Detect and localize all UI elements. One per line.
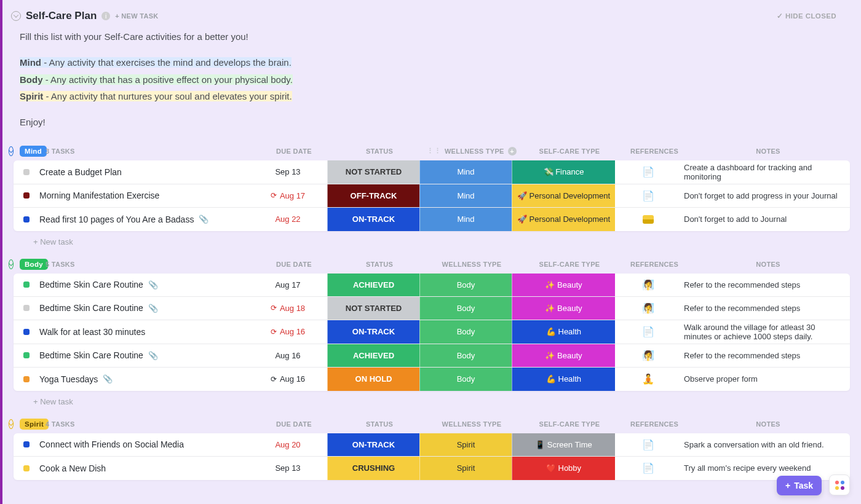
status-bullet[interactable] [23,282,30,288]
task-name[interactable]: Bedtime Skin Care Routine📎 [39,274,248,296]
status-bullet[interactable] [23,352,30,358]
due-date[interactable]: Sep 13 [248,457,327,480]
attachment-icon[interactable]: 📎 [199,215,208,224]
reference-cell[interactable]: 🧖‍♀️ [615,274,681,296]
caretype-cell[interactable]: 🚀 Personal Development [512,184,615,207]
table-row[interactable]: Walk for at least 30 minutes⟳Aug 16ON-TR… [14,320,850,344]
table-row[interactable]: Cook a New DishSep 13CRUSHINGSpirit❤️ Ho… [14,457,850,480]
due-date[interactable]: ⟳Aug 18 [248,297,327,320]
wellness-cell[interactable]: Spirit [419,457,512,480]
wellness-cell[interactable]: Mind [419,208,512,231]
reference-cell[interactable]: 📄 [615,184,681,207]
task-name[interactable]: Walk for at least 30 minutes [39,320,248,344]
status-cell[interactable]: ON-TRACK [327,208,419,231]
table-row[interactable]: Yoga Tuesdays📎⟳Aug 16ON HOLDBody💪 Health… [14,368,850,391]
status-bullet[interactable] [23,441,30,447]
floating-new-task-button[interactable]: + Task [777,476,822,495]
due-date[interactable]: Aug 22 [248,208,327,231]
group-collapse-icon[interactable] [9,419,14,429]
due-date[interactable]: ⟳Aug 17 [248,184,327,207]
new-task-row[interactable]: + New task [2,391,861,409]
hide-closed-button[interactable]: HIDE CLOSED [777,12,851,20]
notes-cell[interactable]: Spark a conversation with an old friend. [681,433,850,456]
task-name[interactable]: Cook a New Dish [39,457,248,480]
new-task-row[interactable]: + New task [2,231,861,249]
col-header-status[interactable]: STATUS [333,420,426,428]
col-header-wellness[interactable]: WELLNESS TYPE [426,261,518,268]
group-tag[interactable]: Spirit [20,419,49,430]
status-bullet[interactable] [23,376,30,382]
notes-cell[interactable]: Observe proper form [681,368,850,391]
caretype-cell[interactable]: ✨ Beauty [512,297,615,320]
attachment-icon[interactable]: 📎 [103,374,113,384]
col-header-references[interactable]: REFERENCES [621,148,688,155]
wellness-cell[interactable]: Body [419,297,512,320]
due-date[interactable]: ⟳Aug 16 [248,368,327,391]
col-header-wellness[interactable]: WELLNESS TYPE [426,420,518,428]
reference-cell[interactable]: 🧖‍♀️ [615,297,681,320]
notes-cell[interactable]: Don't forget to add progress in your Jou… [681,184,850,207]
wellness-cell[interactable]: Body [419,368,512,391]
table-row[interactable]: Create a Budget PlanSep 13NOT STARTEDMin… [14,160,850,184]
status-cell[interactable]: ON-TRACK [327,433,419,456]
wellness-cell[interactable]: Mind [419,160,512,184]
notes-cell[interactable]: Don't forget to add to Journal [681,208,850,231]
reference-cell[interactable]: 🧖‍♀️ [615,344,681,367]
task-name[interactable]: Connect with Friends on Social Media [39,433,248,456]
col-header-wellness[interactable]: ⋮⋮WELLNESS TYPE+ [426,147,518,156]
status-cell[interactable]: CRUSHING [327,457,419,480]
caretype-cell[interactable]: 💸 Finance [512,160,615,184]
status-cell[interactable]: NOT STARTED [327,160,419,184]
wellness-cell[interactable]: Body [419,320,512,344]
wellness-cell[interactable]: Body [419,344,512,367]
col-header-notes[interactable]: NOTES [688,148,849,155]
table-row[interactable]: Morning Manifestation Exercise⟳Aug 17OFF… [14,184,850,208]
table-row[interactable]: Read first 10 pages of You Are a Badass📎… [14,208,850,231]
status-cell[interactable]: ACHIEVED [327,344,419,367]
task-name[interactable]: Morning Manifestation Exercise [39,184,248,207]
group-collapse-icon[interactable] [9,146,14,156]
col-header-references[interactable]: REFERENCES [621,420,688,428]
status-bullet[interactable] [23,465,30,471]
task-name[interactable]: Read first 10 pages of You Are a Badass📎 [39,208,248,231]
table-row[interactable]: Bedtime Skin Care Routine📎⟳Aug 18NOT STA… [14,297,850,320]
table-row[interactable]: Bedtime Skin Care Routine📎Aug 16ACHIEVED… [14,344,850,368]
reference-cell[interactable]: 🧘 [615,368,681,391]
caretype-cell[interactable]: 💪 Health [512,320,615,344]
caretype-cell[interactable]: 📱 Screen Time [512,433,615,456]
caretype-cell[interactable]: 💪 Health [512,368,615,391]
wellness-cell[interactable]: Spirit [419,433,512,456]
col-header-status[interactable]: STATUS [333,261,426,268]
due-date[interactable]: Sep 13 [248,160,327,184]
notes-cell[interactable]: Refer to the recommended steps [681,344,850,367]
status-cell[interactable]: NOT STARTED [327,297,419,320]
col-header-due[interactable]: DUE DATE [255,420,333,428]
collapse-icon[interactable] [11,11,21,21]
status-cell[interactable]: OFF-TRACK [327,184,419,207]
col-header-references[interactable]: REFERENCES [621,261,688,268]
notes-cell[interactable]: Create a dashboard for tracking and moni… [681,160,850,184]
due-date[interactable]: Aug 20 [248,433,327,456]
due-date[interactable]: Aug 16 [248,344,327,367]
notes-cell[interactable]: Refer to the recommended steps [681,274,850,296]
reference-cell[interactable]: 📄 [615,457,681,480]
due-date[interactable]: ⟳Aug 16 [248,320,327,344]
due-date[interactable]: Aug 17 [248,274,327,296]
reference-cell[interactable] [615,208,681,231]
status-bullet[interactable] [23,329,30,335]
col-header-notes[interactable]: NOTES [688,420,849,428]
group-tag[interactable]: Mind [20,146,47,157]
info-icon[interactable]: i [101,12,110,20]
attachment-icon[interactable]: 📎 [148,351,158,360]
caretype-cell[interactable]: ✨ Beauty [512,274,615,296]
wellness-cell[interactable]: Body [419,274,512,296]
attachment-icon[interactable]: 📎 [148,304,158,313]
col-header-notes[interactable]: NOTES [688,261,849,268]
col-header-caretype[interactable]: SELF-CARE TYPE [518,261,621,268]
caretype-cell[interactable]: 🚀 Personal Development [512,208,615,231]
col-header-caretype[interactable]: SELF-CARE TYPE [518,420,621,428]
status-cell[interactable]: ON HOLD [327,368,419,391]
add-column-icon[interactable]: + [508,147,517,156]
status-bullet[interactable] [23,216,30,222]
reference-cell[interactable]: 📄 [615,433,681,456]
